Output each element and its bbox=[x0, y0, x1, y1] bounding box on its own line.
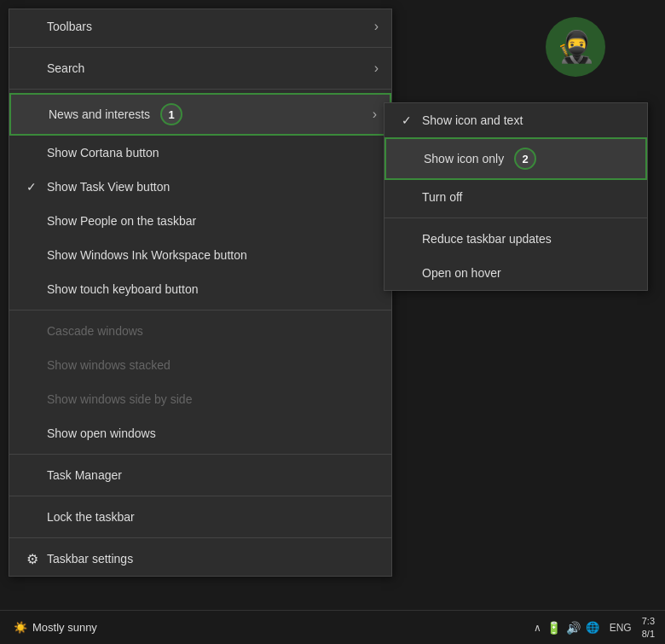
checkmark: ✓ bbox=[26, 180, 43, 194]
submenu-arrow-icon: › bbox=[374, 19, 379, 34]
menu-item-label: Search bbox=[47, 61, 84, 75]
step-badge: 1 bbox=[160, 103, 182, 125]
submenu-item-turn-off[interactable]: Turn off bbox=[385, 180, 647, 214]
menu-item-label: Lock the taskbar bbox=[47, 510, 135, 524]
submenu-item-show-icon-text[interactable]: ✓Show icon and text bbox=[385, 103, 647, 137]
menu-item-news-and-interests[interactable]: News and interests1› bbox=[9, 93, 391, 136]
menu-item-lock-taskbar[interactable]: Lock the taskbar bbox=[9, 500, 391, 534]
submenu-item-show-icon-only[interactable]: Show icon only2 bbox=[385, 137, 647, 180]
context-menu-right: ✓Show icon and textShow icon only2Turn o… bbox=[384, 102, 648, 291]
network-icon[interactable]: 🌐 bbox=[586, 621, 599, 634]
menu-item-label: Show windows side by side bbox=[47, 392, 192, 406]
menu-separator bbox=[9, 454, 391, 455]
submenu-item-label: Show icon and text bbox=[422, 113, 523, 127]
menu-item-taskbar-settings[interactable]: ⚙Taskbar settings bbox=[9, 542, 391, 576]
submenu-item-label: Turn off bbox=[422, 190, 462, 204]
date: 8/1 bbox=[642, 628, 655, 640]
submenu-item-label: Reduce taskbar updates bbox=[422, 232, 552, 246]
weather-text: Mostly sunny bbox=[32, 621, 97, 634]
menu-item-show-cortana[interactable]: Show Cortana button bbox=[9, 136, 391, 170]
menu-item-label: Task Manager bbox=[47, 468, 122, 482]
submenu-item-label: Show icon only bbox=[424, 152, 504, 165]
menu-item-label: Show Windows Ink Workspace button bbox=[47, 248, 247, 262]
menu-item-label: Show windows stacked bbox=[47, 358, 171, 372]
checkmark: ✓ bbox=[402, 113, 422, 127]
menu-item-label: Show Task View button bbox=[47, 180, 170, 194]
menu-item-label: Show open windows bbox=[47, 426, 156, 440]
weather-section[interactable]: ☀️ Mostly sunny bbox=[5, 621, 106, 634]
battery-icon: 🔋 bbox=[546, 621, 561, 635]
submenu-arrow-icon: › bbox=[373, 107, 377, 122]
context-menu-left: Toolbars›Search›News and interests1›Show… bbox=[9, 9, 392, 577]
menu-item-show-keyboard[interactable]: Show touch keyboard button bbox=[9, 272, 391, 306]
weather-icon: ☀️ bbox=[14, 621, 27, 634]
menu-separator bbox=[9, 89, 391, 90]
taskbar: ☀️ Mostly sunny ∧ 🔋 🔊 🌐 ENG 7:3 8/1 bbox=[0, 610, 665, 644]
menu-item-search[interactable]: Search› bbox=[9, 51, 391, 85]
menu-separator bbox=[9, 310, 391, 310]
menu-item-label: Cascade windows bbox=[47, 324, 143, 338]
menu-separator bbox=[9, 537, 391, 538]
menu-item-side-by-side: Show windows side by side bbox=[9, 382, 391, 416]
menu-item-label: Show touch keyboard button bbox=[47, 282, 198, 296]
menu-item-label: Toolbars bbox=[47, 20, 92, 33]
language-indicator[interactable]: ENG bbox=[610, 622, 632, 634]
menu-item-show-ink[interactable]: Show Windows Ink Workspace button bbox=[9, 238, 391, 272]
step-badge: 2 bbox=[514, 148, 536, 170]
menu-separator bbox=[9, 496, 391, 496]
submenu-arrow-icon: › bbox=[374, 61, 379, 76]
time: 7:3 bbox=[642, 615, 655, 627]
menu-item-label: Show People on the taskbar bbox=[47, 214, 196, 228]
volume-icon[interactable]: 🔊 bbox=[566, 621, 581, 635]
submenu-item-reduce-updates[interactable]: Reduce taskbar updates bbox=[385, 222, 647, 256]
menu-item-show-task-view[interactable]: ✓Show Task View button bbox=[9, 170, 391, 204]
submenu-separator bbox=[385, 218, 647, 218]
taskbar-right: ∧ 🔋 🔊 🌐 ENG 7:3 8/1 bbox=[529, 615, 660, 640]
menu-item-stacked: Show windows stacked bbox=[9, 348, 391, 382]
menu-item-label: Taskbar settings bbox=[47, 552, 133, 566]
avatar-area: 🥷 bbox=[546, 17, 614, 85]
system-tray: ∧ 🔋 🔊 🌐 bbox=[529, 621, 604, 635]
time-date[interactable]: 7:3 8/1 bbox=[637, 615, 660, 640]
avatar: 🥷 bbox=[546, 17, 605, 77]
menu-item-open-windows[interactable]: Show open windows bbox=[9, 416, 391, 450]
chevron-up-icon[interactable]: ∧ bbox=[534, 622, 541, 634]
menu-item-cascade: Cascade windows bbox=[9, 314, 391, 348]
submenu-item-label: Open on hover bbox=[422, 266, 501, 280]
submenu-item-open-hover[interactable]: Open on hover bbox=[385, 256, 647, 290]
menu-item-toolbars[interactable]: Toolbars› bbox=[9, 9, 391, 44]
menu-item-label: News and interests bbox=[49, 107, 150, 121]
menu-item-label: Show Cortana button bbox=[47, 146, 159, 160]
menu-separator bbox=[9, 47, 391, 48]
gear-icon: ⚙ bbox=[26, 551, 38, 567]
menu-item-task-manager[interactable]: Task Manager bbox=[9, 458, 391, 492]
menu-item-show-people[interactable]: Show People on the taskbar bbox=[9, 204, 391, 238]
